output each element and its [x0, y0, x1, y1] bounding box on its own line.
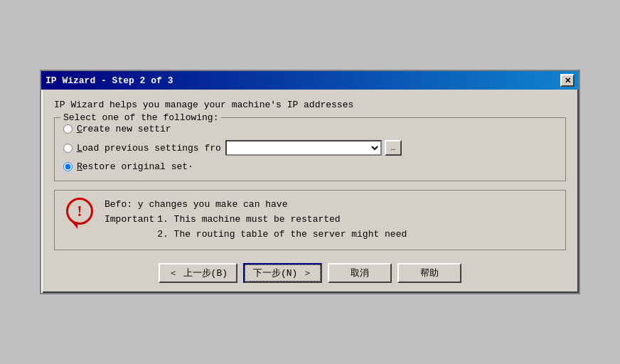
option-create-label[interactable]: Create new settir	[77, 124, 171, 134]
description-text: IP Wizard helps you manage your machine'…	[54, 100, 566, 110]
browse-button[interactable]: …	[385, 140, 402, 156]
option-load-radio[interactable]	[63, 144, 73, 153]
warning-icon-container: !	[63, 198, 96, 233]
load-dropdown[interactable]	[225, 140, 382, 156]
option-restore-label[interactable]: Restore original set·	[77, 161, 193, 172]
browse-icon: …	[391, 144, 396, 152]
options-group: Select one of the following: Create new …	[54, 117, 566, 181]
dialog-title: IP Wizard - Step 2 of 3	[46, 75, 173, 86]
load-dropdown-row: …	[225, 140, 402, 156]
warning-box: ! Befo: y changes you make can have Impo…	[54, 190, 566, 250]
warning-text-block: Befo: y changes you make can have Import…	[105, 198, 557, 242]
dialog-body: IP Wizard helps you manage your machine'…	[41, 90, 579, 292]
option-restore-radio[interactable]	[63, 162, 73, 171]
warning-items: 1. This machine must be restarted 2. The…	[157, 213, 407, 242]
option-restore-row: Restore original set·	[63, 161, 557, 172]
warning-item1: 1. This machine must be restarted	[157, 213, 407, 228]
option-create-row: Create new settir	[63, 124, 557, 134]
dialog-window: IP Wizard - Step 2 of 3 ✕ IP Wizard help…	[40, 70, 580, 294]
option-load-label[interactable]: Load previous settings fro	[77, 143, 221, 154]
warning-item2: 2. The routing table of the server might…	[157, 228, 407, 242]
option-create-radio[interactable]	[63, 124, 73, 134]
help-button[interactable]: 帮助	[397, 263, 461, 283]
warning-side-label: Important	[105, 213, 154, 242]
option-load-row: Load previous settings fro …	[63, 140, 557, 156]
exclamation-icon: !	[77, 202, 82, 220]
cancel-button[interactable]: 取消	[328, 263, 392, 283]
group-legend: Select one of the following:	[60, 112, 221, 123]
warning-before-text: Befo: y changes you make can have	[105, 198, 557, 213]
exclamation-bubble: !	[66, 198, 93, 225]
button-row: ＜ 上一步(B) 下一步(N) ＞ 取消 帮助	[54, 260, 566, 283]
title-bar: IP Wizard - Step 2 of 3 ✕	[41, 71, 579, 90]
close-button[interactable]: ✕	[560, 74, 574, 87]
back-button[interactable]: ＜ 上一步(B)	[159, 263, 237, 283]
warning-items-row: Important 1. This machine must be restar…	[105, 213, 557, 242]
close-icon: ✕	[565, 76, 571, 85]
next-button[interactable]: 下一步(N) ＞	[243, 263, 322, 283]
